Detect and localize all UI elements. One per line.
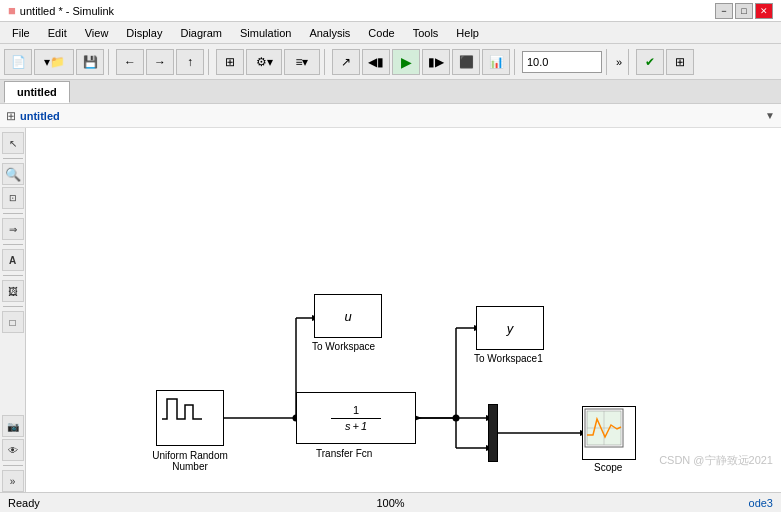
- check-button[interactable]: ✔: [636, 49, 664, 75]
- sep4: [514, 49, 518, 75]
- tab-label: untitled: [17, 86, 57, 98]
- lt-sep2: [3, 213, 23, 214]
- canvas[interactable]: Uniform Random Number 1 s + 1 Transfer F…: [26, 128, 781, 492]
- tf-denominator: s + 1: [345, 420, 367, 432]
- window-controls: − □ ✕: [715, 3, 773, 19]
- titlebar: ■ untitled * - Simulink − □ ✕: [0, 0, 781, 22]
- lt-cam[interactable]: 📷: [2, 415, 24, 437]
- to-workspace-y-label: To Workspace1: [474, 353, 543, 364]
- lt-arrow[interactable]: ⇒: [2, 218, 24, 240]
- lt-sep1: [3, 158, 23, 159]
- tf-fraction: 1 s + 1: [331, 393, 381, 443]
- to-workspace-u-block[interactable]: u: [314, 294, 382, 338]
- uniform-random-block[interactable]: [156, 390, 224, 446]
- addr-dropdown[interactable]: ▼: [765, 110, 775, 121]
- menu-analysis[interactable]: Analysis: [301, 25, 358, 41]
- lt-sep6: [3, 465, 23, 466]
- settings-button[interactable]: ⚙▾: [246, 49, 282, 75]
- sep6: [628, 49, 632, 75]
- menu-display[interactable]: Display: [118, 25, 170, 41]
- lt-image[interactable]: 🖼: [2, 280, 24, 302]
- grid-button[interactable]: ⊞: [666, 49, 694, 75]
- sim-time-input[interactable]: [522, 51, 602, 73]
- sep3: [324, 49, 328, 75]
- sep1: [108, 49, 112, 75]
- up-button[interactable]: ↑: [176, 49, 204, 75]
- maximize-button[interactable]: □: [735, 3, 753, 19]
- transfer-fcn-label: Transfer Fcn: [316, 448, 372, 459]
- sep5: [606, 49, 610, 75]
- status-text: Ready: [8, 497, 40, 509]
- watermark: CSDN @宁静致远2021: [659, 453, 773, 468]
- lt-eye[interactable]: 👁: [2, 439, 24, 461]
- new-button[interactable]: 📄: [4, 49, 32, 75]
- step-fwd-button[interactable]: ▮▶: [422, 49, 450, 75]
- left-toolbar: ↖ 🔍 ⊡ ⇒ A 🖼 □ 📷 👁 »: [0, 128, 26, 492]
- back-button[interactable]: ←: [116, 49, 144, 75]
- to-workspace-y-text: y: [507, 321, 514, 336]
- menu-file[interactable]: File: [4, 25, 38, 41]
- uniform-random-label: Uniform Random Number: [144, 450, 236, 472]
- tab-untitled[interactable]: untitled: [4, 81, 70, 103]
- sep2: [208, 49, 212, 75]
- to-workspace-u-label: To Workspace: [312, 341, 375, 352]
- main-area: ↖ 🔍 ⊡ ⇒ A 🖼 □ 📷 👁 »: [0, 128, 781, 492]
- minimize-button[interactable]: −: [715, 3, 733, 19]
- open-button[interactable]: ▾📁: [34, 49, 74, 75]
- more-button[interactable]: »: [614, 56, 624, 68]
- tf-divider: [331, 418, 381, 419]
- mux-block[interactable]: [488, 404, 498, 462]
- run-button[interactable]: ▶: [392, 49, 420, 75]
- toolbar: 📄 ▾📁 💾 ← → ↑ ⊞ ⚙▾ ≡▾ ↗ ◀▮ ▶ ▮▶ ⬛ 📊 » ✔ ⊞: [0, 44, 781, 80]
- addr-path: untitled: [20, 110, 60, 122]
- statusbar: Ready 100% ode3: [0, 492, 781, 512]
- scope-icon: [583, 407, 635, 459]
- step-back-button[interactable]: ◀▮: [362, 49, 390, 75]
- close-button[interactable]: ✕: [755, 3, 773, 19]
- addr-icon: ⊞: [6, 109, 16, 123]
- scope-label: Scope: [594, 462, 622, 473]
- scope-block[interactable]: [582, 406, 636, 460]
- stop-button[interactable]: ⬛: [452, 49, 480, 75]
- svg-rect-20: [587, 411, 621, 445]
- lt-more[interactable]: »: [2, 470, 24, 492]
- menu-code[interactable]: Code: [360, 25, 402, 41]
- addressbar: ⊞ untitled ▼: [0, 104, 781, 128]
- solver-text: ode3: [749, 497, 773, 509]
- list-button[interactable]: ≡▾: [284, 49, 320, 75]
- menu-tools[interactable]: Tools: [405, 25, 447, 41]
- lt-rect[interactable]: □: [2, 311, 24, 333]
- menu-diagram[interactable]: Diagram: [172, 25, 230, 41]
- transfer-fcn-block[interactable]: 1 s + 1: [296, 392, 416, 444]
- svg-point-5: [453, 415, 460, 422]
- lt-cursor[interactable]: ↖: [2, 132, 24, 154]
- title-text: untitled * - Simulink: [20, 5, 114, 17]
- menu-edit[interactable]: Edit: [40, 25, 75, 41]
- insert-button[interactable]: ↗: [332, 49, 360, 75]
- lt-text[interactable]: A: [2, 249, 24, 271]
- zoom-level: 100%: [376, 497, 404, 509]
- save-button[interactable]: 💾: [76, 49, 104, 75]
- waveform-icon: [157, 391, 223, 445]
- lt-sep5: [3, 306, 23, 307]
- to-workspace-y-block[interactable]: y: [476, 306, 544, 350]
- forward-button[interactable]: →: [146, 49, 174, 75]
- menubar: File Edit View Display Diagram Simulatio…: [0, 22, 781, 44]
- menu-help[interactable]: Help: [448, 25, 487, 41]
- menu-view[interactable]: View: [77, 25, 117, 41]
- svg-rect-19: [585, 409, 623, 447]
- scope-button[interactable]: 📊: [482, 49, 510, 75]
- app-icon: ■: [8, 3, 16, 18]
- lt-zoom-in[interactable]: 🔍: [2, 163, 24, 185]
- menu-simulation[interactable]: Simulation: [232, 25, 299, 41]
- to-workspace-u-text: u: [344, 309, 351, 324]
- library-button[interactable]: ⊞: [216, 49, 244, 75]
- lt-sep4: [3, 275, 23, 276]
- lt-zoom-fit[interactable]: ⊡: [2, 187, 24, 209]
- lt-sep3: [3, 244, 23, 245]
- tabbar: untitled: [0, 80, 781, 104]
- tf-numerator: 1: [353, 404, 359, 417]
